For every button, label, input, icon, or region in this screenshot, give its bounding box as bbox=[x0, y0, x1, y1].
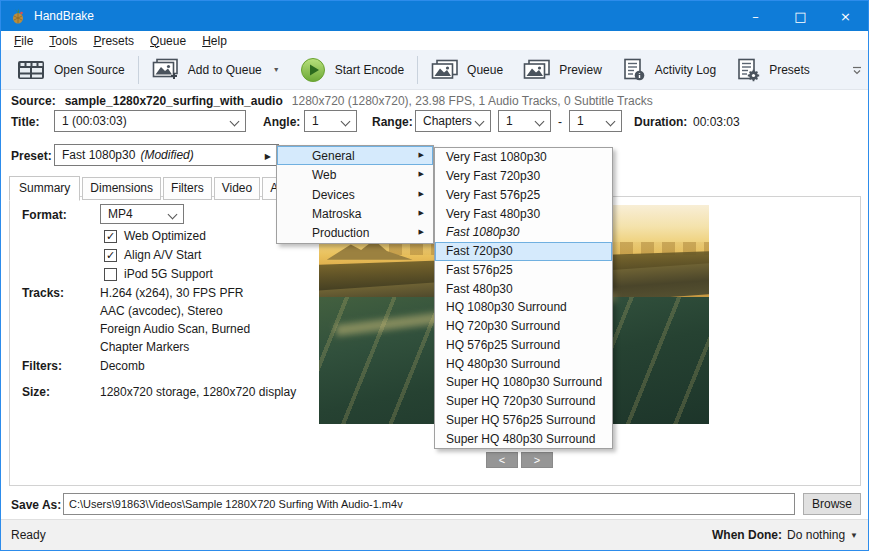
close-icon: × bbox=[840, 9, 851, 24]
tab-video[interactable]: Video bbox=[214, 177, 260, 200]
preset-item[interactable]: Fast 576p25 bbox=[435, 261, 612, 280]
preset-item[interactable]: Super HQ 480p30 Surround bbox=[435, 429, 612, 448]
tab-dimensions[interactable]: Dimensions bbox=[82, 177, 161, 200]
preset-item-label: Super HQ 1080p30 Surround bbox=[446, 375, 602, 389]
preview-icon bbox=[523, 59, 550, 81]
when-done-dropdown[interactable]: When Done: Do nothing ▼ bbox=[712, 528, 858, 542]
menu-help[interactable]: Help bbox=[194, 32, 235, 50]
web-optimized-option[interactable]: ✓ Web Optimized bbox=[104, 229, 206, 243]
preset-item[interactable]: Super HQ 720p30 Surround bbox=[435, 392, 612, 411]
check-icon: ✓ bbox=[106, 250, 115, 261]
add-to-queue-button[interactable]: Add to Queue ▼ bbox=[142, 54, 290, 85]
close-button[interactable]: × bbox=[823, 1, 868, 31]
range-from-select[interactable]: 1 bbox=[498, 110, 551, 132]
tab-summary[interactable]: Summary bbox=[9, 176, 80, 201]
preset-item[interactable]: HQ 1080p30 Surround bbox=[435, 298, 612, 317]
title-select-value: 1 (00:03:03) bbox=[62, 114, 127, 128]
range-to-value: 1 bbox=[577, 114, 584, 128]
tab-filters[interactable]: Filters bbox=[163, 177, 212, 200]
menu-queue[interactable]: Queue bbox=[142, 32, 194, 50]
minimize-icon: – bbox=[752, 9, 759, 24]
submenu-arrow-icon: ▶ bbox=[419, 209, 424, 217]
preset-item[interactable]: HQ 576p25 Surround bbox=[435, 336, 612, 355]
tracks-line: H.264 (x264), 30 FPS PFR bbox=[100, 286, 243, 300]
menu-item-web[interactable]: Web ▶ bbox=[277, 165, 433, 184]
preset-item-label: HQ 576p25 Surround bbox=[446, 338, 560, 352]
ipod-5g-option[interactable]: iPod 5G Support bbox=[104, 267, 213, 281]
tracks-line: Chapter Markers bbox=[100, 340, 189, 354]
web-optimized-checkbox[interactable]: ✓ bbox=[104, 230, 117, 243]
tracks-label: Tracks: bbox=[22, 286, 64, 300]
format-select[interactable]: MP4 bbox=[100, 204, 184, 224]
menu-item-devices[interactable]: Devices ▶ bbox=[277, 185, 433, 204]
preview-button[interactable]: Preview bbox=[513, 55, 612, 85]
maximize-icon: □ bbox=[794, 9, 806, 24]
align-av-start-checkbox[interactable]: ✓ bbox=[104, 249, 117, 262]
browse-label: Browse bbox=[812, 497, 852, 511]
preview-prev-button[interactable]: < bbox=[486, 452, 518, 468]
preset-item[interactable]: HQ 720p30 Surround bbox=[435, 317, 612, 336]
angle-label: Angle: bbox=[263, 115, 300, 129]
preset-item-highlighted[interactable]: Fast 720p30 bbox=[435, 242, 612, 261]
minimize-button[interactable]: – bbox=[733, 1, 778, 31]
browse-button[interactable]: Browse bbox=[803, 493, 861, 515]
menu-item-production[interactable]: Production ▶ bbox=[277, 224, 433, 243]
preset-item-label: HQ 720p30 Surround bbox=[446, 319, 560, 333]
preset-item-current[interactable]: Fast 1080p30 bbox=[435, 223, 612, 242]
chevron-down-icon bbox=[168, 210, 178, 220]
toolbar-overflow-icon[interactable] bbox=[851, 66, 863, 76]
preset-item[interactable]: Very Fast 1080p30 bbox=[435, 148, 612, 167]
submenu-arrow-icon: ▶ bbox=[419, 228, 424, 236]
angle-select[interactable]: 1 bbox=[304, 110, 357, 132]
preset-item[interactable]: Super HQ 576p25 Surround bbox=[435, 411, 612, 430]
menu-item-web-label: Web bbox=[312, 168, 336, 182]
preset-modified-suffix: (Modified) bbox=[140, 148, 193, 162]
range-type-select[interactable]: Chapters bbox=[415, 110, 491, 132]
tab-summary-label: Summary bbox=[19, 181, 70, 195]
save-as-input[interactable]: C:\Users\91863\Videos\Sample 1280X720 Su… bbox=[63, 493, 795, 515]
menu-item-matroska[interactable]: Matroska ▶ bbox=[277, 204, 433, 223]
ipod-5g-label: iPod 5G Support bbox=[124, 267, 213, 281]
source-label: Source: bbox=[11, 94, 56, 108]
preset-item[interactable]: Super HQ 1080p30 Surround bbox=[435, 373, 612, 392]
activity-log-icon bbox=[622, 58, 646, 82]
activity-log-button[interactable]: Activity Log bbox=[612, 54, 726, 86]
presets-button[interactable]: Presets bbox=[726, 54, 820, 86]
title-label: Title: bbox=[11, 115, 39, 129]
next-arrow-icon: > bbox=[534, 454, 540, 466]
preset-item[interactable]: Fast 480p30 bbox=[435, 279, 612, 298]
menu-item-general[interactable]: General ▶ bbox=[277, 146, 433, 165]
menu-presets[interactable]: Presets bbox=[85, 32, 142, 50]
menu-item-general-label: General bbox=[312, 149, 355, 163]
chevron-down-icon bbox=[230, 117, 240, 127]
open-source-button[interactable]: Open Source bbox=[7, 55, 135, 85]
when-done-value: Do nothing bbox=[787, 528, 845, 542]
range-label: Range: bbox=[372, 115, 413, 129]
preset-item[interactable]: Very Fast 576p25 bbox=[435, 186, 612, 205]
preset-item[interactable]: HQ 480p30 Surround bbox=[435, 354, 612, 373]
check-icon: ✓ bbox=[106, 231, 115, 242]
ipod-5g-checkbox[interactable] bbox=[104, 268, 117, 281]
maximize-button[interactable]: □ bbox=[778, 1, 823, 31]
preview-next-button[interactable]: > bbox=[521, 452, 553, 468]
align-av-start-option[interactable]: ✓ Align A/V Start bbox=[104, 248, 201, 262]
preset-select[interactable]: Fast 1080p30 (Modified) ▶ bbox=[54, 144, 279, 166]
chevron-down-icon bbox=[606, 117, 616, 127]
menu-file[interactable]: File bbox=[6, 32, 41, 50]
start-encode-button[interactable]: Start Encode bbox=[290, 53, 414, 87]
menu-item-production-label: Production bbox=[312, 226, 369, 240]
add-to-queue-label: Add to Queue bbox=[188, 63, 262, 77]
queue-button[interactable]: Queue bbox=[421, 55, 513, 85]
title-select[interactable]: 1 (00:03:03) bbox=[54, 110, 246, 132]
toolbar: Open Source Add to Queue ▼ Start Encode bbox=[1, 50, 868, 90]
preset-item-label: Super HQ 576p25 Surround bbox=[446, 413, 595, 427]
menu-tools[interactable]: Tools bbox=[41, 32, 85, 50]
save-as-path: C:\Users\91863\Videos\Sample 1280X720 Su… bbox=[69, 498, 403, 510]
preset-item[interactable]: Very Fast 720p30 bbox=[435, 167, 612, 186]
preset-item[interactable]: Very Fast 480p30 bbox=[435, 204, 612, 223]
range-to-select[interactable]: 1 bbox=[569, 110, 622, 132]
range-separator: - bbox=[558, 115, 562, 129]
menu-item-devices-label: Devices bbox=[312, 188, 355, 202]
start-encode-label: Start Encode bbox=[335, 63, 404, 77]
web-optimized-label: Web Optimized bbox=[124, 229, 206, 243]
